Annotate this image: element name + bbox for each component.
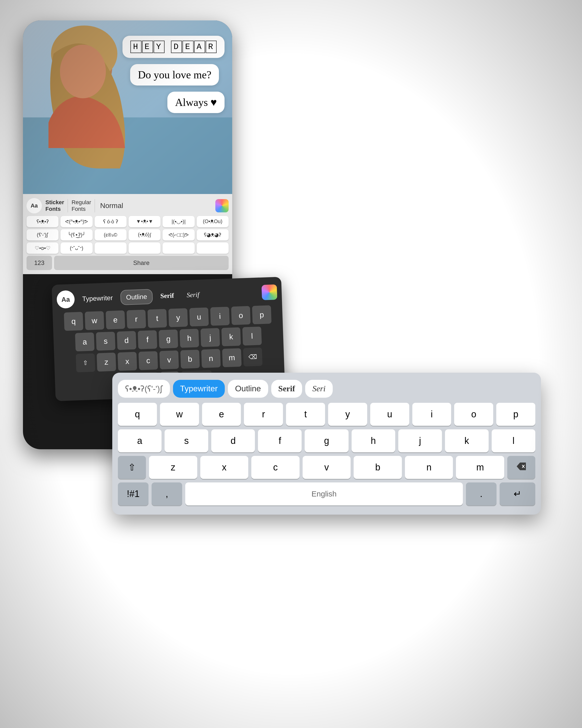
fancy-key-13[interactable]: ♡•ᴅ•♡ [27,242,58,254]
front-key-a[interactable]: a [118,430,161,452]
sticker-font-tabs: Aa StickerFonts RegularFonts Normal [27,198,229,213]
key-a[interactable]: a [75,332,95,352]
key-i[interactable]: i [210,307,230,326]
front-space-key[interactable]: English [185,483,463,505]
mid-tab-typewriter[interactable]: Typewriter [77,290,118,306]
mid-tab-serif-italic[interactable]: Serif [181,288,205,302]
front-key-s[interactable]: s [164,430,208,452]
sticker-num-key[interactable]: 123 [27,256,52,270]
front-key-x[interactable]: x [200,456,248,479]
app-icon-sticker[interactable] [215,199,229,212]
fancy-key-17[interactable] [162,242,194,254]
front-key-w[interactable]: w [160,403,199,426]
fancy-key-16[interactable] [129,242,160,254]
fancy-key-2[interactable]: ᕙ(^•ᴥ•^)ᕗ [60,216,92,227]
front-key-m[interactable]: m [456,456,504,479]
front-key-r[interactable]: r [244,403,283,426]
front-key-g[interactable]: g [305,430,348,452]
front-tab-serif-italic[interactable]: Seri [305,380,333,398]
front-tab-outline[interactable]: Outline [228,380,268,398]
sticker-fonts-tab[interactable]: StickerFonts [46,199,68,212]
front-period-key[interactable]: . [466,483,497,505]
front-key-p[interactable]: p [496,403,535,426]
key-c[interactable]: c [138,351,158,370]
key-d[interactable]: d [117,331,136,350]
front-comma-key[interactable]: , [152,483,182,505]
mid-aa-icon[interactable]: Aa [56,290,75,309]
regular-fonts-tab[interactable]: RegularFonts [72,199,95,212]
front-return-key[interactable]: ↵ [500,483,535,505]
fancy-key-10[interactable]: (•ᴥó)ʃ [129,229,160,240]
front-key-u[interactable]: u [370,403,409,426]
fancy-key-1[interactable]: ʕ•ᴥ•ʔ [27,216,58,227]
key-h[interactable]: h [180,329,199,348]
sticker-share-key[interactable]: Share [54,256,229,270]
key-t[interactable]: t [148,309,167,328]
fancy-key-8[interactable]: ╰(ʕ•͜ʔ)╯ [60,229,92,240]
fancy-key-15[interactable] [95,242,127,254]
key-u[interactable]: u [189,307,209,327]
key-r[interactable]: r [127,310,146,329]
front-backspace-key[interactable] [507,456,535,479]
key-n[interactable]: n [201,349,221,368]
front-key-o[interactable]: o [454,403,493,426]
front-key-v[interactable]: v [302,456,351,479]
key-k[interactable]: k [221,327,241,346]
mid-tab-serif[interactable]: Serif [155,288,179,303]
key-v[interactable]: v [159,350,179,370]
fancy-key-11[interactable]: ᕙ(⌐□□)ᕗ [162,229,194,240]
front-key-b[interactable]: b [354,456,402,479]
key-b[interactable]: b [180,350,200,369]
front-tab-typewriter[interactable]: Typewriter [173,380,225,398]
front-key-f[interactable]: f [258,430,301,452]
fancy-row-3: ♡•ᴅ•♡ (˵˘ᴗ˘˵) [27,242,229,254]
front-key-h[interactable]: h [352,430,395,452]
front-key-d[interactable]: d [211,430,255,452]
front-key-i[interactable]: i [412,403,451,426]
front-key-k[interactable]: k [445,430,488,452]
mid-tab-outline[interactable]: Outline [120,289,153,305]
key-s[interactable]: s [96,332,115,351]
key-x[interactable]: x [117,352,137,371]
key-y[interactable]: y [168,308,188,327]
key-g[interactable]: g [159,330,178,349]
fancy-key-12[interactable]: ʕ◕ᴥ◕ʔ [197,229,229,240]
fancy-key-9[interactable]: (ε®₃© [95,229,127,240]
front-key-j[interactable]: j [398,430,442,452]
fancy-key-14[interactable]: (˵˘ᴗ˘˵) [60,242,92,254]
key-z[interactable]: z [97,353,116,372]
aa-icon[interactable]: Aa [27,198,42,213]
front-tab-serif[interactable]: Serif [271,380,302,398]
mid-backspace-key[interactable]: ⌫ [243,347,262,367]
key-p[interactable]: p [252,305,271,324]
front-key-l[interactable]: l [492,430,535,452]
front-shift-key[interactable]: ⇧ [118,456,146,479]
front-key-y[interactable]: y [328,403,367,426]
fancy-key-4[interactable]: ▼•ᴥ•▼ [129,216,160,227]
fancy-key-5[interactable]: |(•◡•)| [162,216,194,227]
front-key-e[interactable]: e [202,403,241,426]
key-m[interactable]: m [222,348,241,367]
fancy-key-7[interactable]: (ʕ'-')ʃ [27,229,58,240]
mid-app-icon[interactable] [262,284,277,300]
front-key-n[interactable]: n [405,456,453,479]
key-q[interactable]: q [64,312,83,331]
key-j[interactable]: j [201,328,220,347]
fancy-key-6[interactable]: (O•ᴥOu) [197,216,229,227]
sticker-bottom-row: 123 Share [27,256,229,270]
front-key-t[interactable]: t [286,403,325,426]
front-tab-fancy[interactable]: ʕ•ᴥ•ʔ(ʕ'-')ʃ [118,380,170,398]
front-row-1: q w e r t y u i o p [118,403,535,426]
front-key-z[interactable]: z [149,456,197,479]
front-key-q[interactable]: q [118,403,157,426]
key-e[interactable]: e [106,310,125,330]
key-f[interactable]: f [138,330,157,349]
front-key-c[interactable]: c [251,456,299,479]
mid-shift-key[interactable]: ⇧ [76,353,95,372]
key-w[interactable]: w [85,311,104,330]
front-num-key[interactable]: !#1 [118,483,149,505]
key-l[interactable]: l [242,327,262,346]
key-o[interactable]: o [231,306,250,325]
fancy-key-18[interactable] [197,242,229,254]
fancy-key-3[interactable]: ʕ ó·ò ʔ [95,216,127,227]
